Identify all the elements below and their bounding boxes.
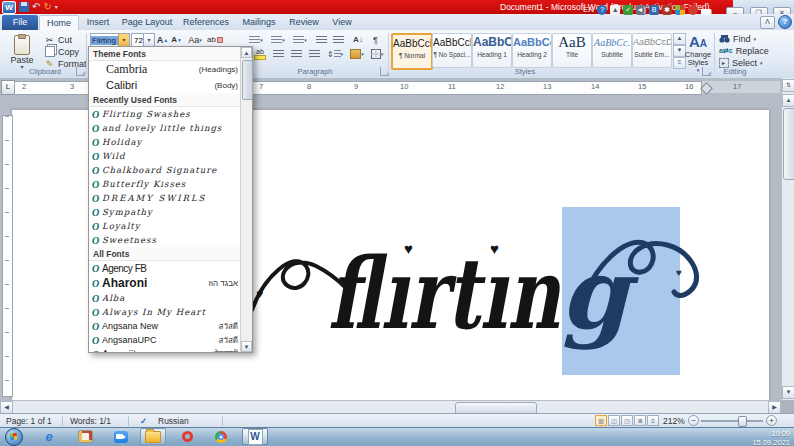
dropdown-scroll-down-icon[interactable]: ▼ (241, 341, 252, 352)
borders-button[interactable]: ▾ (368, 47, 386, 61)
page-count[interactable]: Page: 1 of 1 (6, 414, 52, 428)
zoom-in-icon[interactable]: + (766, 415, 777, 426)
sort-button[interactable]: A↓ (350, 33, 366, 46)
font-option-cambria[interactable]: Cambria (Headings) (89, 61, 241, 77)
justify-button[interactable] (306, 47, 322, 61)
font-size-value[interactable]: 72 (132, 36, 143, 45)
line-spacing-button[interactable]: ⇕▾ (326, 47, 344, 61)
vertical-scroll-thumb[interactable] (783, 108, 794, 180)
font-option-recent[interactable]: OWild (89, 149, 241, 163)
decrease-indent-button[interactable] (314, 33, 329, 46)
ruler-toggle-icon[interactable]: ⇅ (782, 79, 794, 92)
tray-windows-update-icon[interactable] (675, 5, 685, 15)
zoom-level[interactable]: 212% (663, 414, 685, 428)
fullscreen-view-icon[interactable]: ◫ (608, 415, 620, 426)
font-option-angsana-new[interactable]: OAngsana Newสวัสดี (89, 319, 241, 333)
find-button[interactable]: Find▾ (719, 33, 769, 45)
style-normal[interactable]: AaBbCcDc¶ Normal (391, 33, 433, 70)
language-indicator[interactable]: Russian (158, 414, 189, 428)
multilevel-list-button[interactable]: ▾ (290, 33, 310, 46)
scroll-up-icon[interactable]: ▲ (782, 94, 794, 107)
align-center-button[interactable] (270, 47, 286, 61)
draft-view-icon[interactable]: ≡ (647, 415, 659, 426)
font-name-value[interactable]: Flirting Tails (91, 36, 118, 45)
help-icon[interactable]: ? (778, 15, 792, 29)
style-no-spacing[interactable]: AaBbCcDc¶ No Spaci... (432, 33, 472, 68)
font-option-alba[interactable]: OAlba (89, 291, 241, 305)
tab-insert[interactable]: Insert (80, 15, 116, 30)
keyboard-language[interactable]: EN (583, 5, 594, 14)
font-option-recent[interactable]: OSweetness (89, 233, 241, 247)
redo-icon[interactable]: ↻ (43, 2, 51, 12)
font-option-recent[interactable]: ODREAMY SWIRLS (89, 191, 241, 205)
clipboard-dialog-launcher-icon[interactable] (76, 67, 85, 76)
word-count[interactable]: Words: 1/1 (70, 414, 111, 428)
tray-bluetooth-icon[interactable]: B (649, 5, 659, 15)
start-button[interactable] (5, 428, 23, 446)
tab-mailings[interactable]: Mailings (236, 15, 282, 30)
word-app-icon[interactable]: W (2, 1, 16, 14)
font-option-recent[interactable]: OFlirting Swashes (89, 107, 241, 121)
bullets-button[interactable]: ▾ (246, 33, 266, 46)
style-heading1[interactable]: AaBbCHeading 1 (472, 33, 512, 68)
zoom-slider-track[interactable] (701, 420, 763, 422)
scroll-down-icon[interactable]: ▼ (782, 386, 794, 399)
font-option-agency-fb[interactable]: OAgency FB (89, 261, 241, 275)
tray-antivirus-icon[interactable]: ✱ (662, 5, 672, 15)
font-option-calibri[interactable]: Calibri (Body) (89, 77, 241, 93)
outline-view-icon[interactable]: ≣ (634, 415, 646, 426)
style-subtitle[interactable]: AaBbCc.Subtitle (592, 33, 632, 68)
tab-page-layout[interactable]: Page Layout (118, 15, 176, 30)
tab-review[interactable]: Review (284, 15, 324, 30)
clear-formatting-button[interactable]: ab (207, 33, 223, 46)
vertical-ruler[interactable] (2, 115, 13, 397)
tab-file[interactable]: File (2, 15, 38, 30)
font-option-aharoni[interactable]: OAharoniאבגד הוז (89, 275, 241, 291)
grow-font-button[interactable]: A▲ (156, 33, 169, 46)
font-option-recent[interactable]: OSympathy (89, 205, 241, 219)
replace-button[interactable]: a⇄cReplace (719, 45, 769, 57)
taskbar-zoom-app[interactable] (108, 428, 134, 445)
zoom-slider-thumb[interactable] (738, 416, 747, 427)
taskbar-paint[interactable] (72, 428, 98, 445)
tray-network-icon[interactable]: ▂▄ (701, 5, 711, 15)
change-case-button[interactable]: Aa▾ (186, 33, 204, 46)
font-option-recent[interactable]: OButterfly Kisses (89, 177, 241, 191)
tab-references[interactable]: References (178, 15, 234, 30)
qat-customize-icon[interactable]: ▾ (55, 2, 58, 12)
print-layout-view-icon[interactable]: ▥ (595, 415, 607, 426)
tab-home[interactable]: Home (39, 15, 79, 31)
font-option-recent[interactable]: OLoyalty (89, 219, 241, 233)
font-option-script[interactable]: OAlways In My Heart (89, 305, 241, 319)
dropdown-scroll-up-icon[interactable]: ▲ (241, 47, 252, 58)
horizontal-scrollbar[interactable]: ◀ ▶ (0, 400, 781, 414)
web-layout-view-icon[interactable]: ◳ (621, 415, 633, 426)
tray-show-hidden-icon[interactable]: ▲ (610, 5, 620, 15)
font-option-aparajita[interactable]: OAparajitaदेवनागरी (89, 347, 241, 352)
style-title[interactable]: AaBTitle (552, 33, 592, 68)
taskbar-opera[interactable] (174, 428, 200, 445)
taskbar-clock[interactable]: 19:09 15.09.2021 (732, 429, 790, 446)
flirting-word-art[interactable]: ♥ flırtın g ♥ ♥ ♥ (250, 192, 710, 392)
zoom-out-icon[interactable]: − (688, 415, 699, 426)
shrink-font-button[interactable]: A▼ (170, 33, 183, 46)
right-indent-marker[interactable] (700, 82, 713, 95)
tray-app-icon[interactable] (688, 5, 698, 15)
tray-help-icon[interactable]: ? (597, 5, 607, 15)
shading-button[interactable]: ▾ (348, 47, 366, 61)
text-highlight-button[interactable]: ab (253, 47, 267, 61)
taskbar-internet-explorer[interactable]: e (36, 428, 62, 445)
taskbar-chrome[interactable] (208, 428, 234, 445)
save-icon[interactable] (19, 2, 29, 12)
style-heading2[interactable]: AaBbCcHeading 2 (512, 33, 552, 68)
font-option-recent[interactable]: OChalkboard Signature (89, 163, 241, 177)
tray-security-icon[interactable]: ✓ (623, 5, 633, 15)
undo-icon[interactable]: ↶ (32, 2, 40, 12)
numbering-button[interactable]: ▾ (268, 33, 288, 46)
font-option-angsana-upc[interactable]: OAngsanaUPCสวัสดี (89, 333, 241, 347)
increase-indent-button[interactable] (331, 33, 346, 46)
dropdown-scroll-thumb[interactable] (242, 60, 253, 100)
tray-volume-icon[interactable]: ◄) (636, 5, 646, 15)
style-subtle-emphasis[interactable]: AaBbCcDcSubtle Em... (632, 33, 672, 68)
dropdown-scrollbar[interactable]: ▲ ▼ (240, 47, 252, 352)
